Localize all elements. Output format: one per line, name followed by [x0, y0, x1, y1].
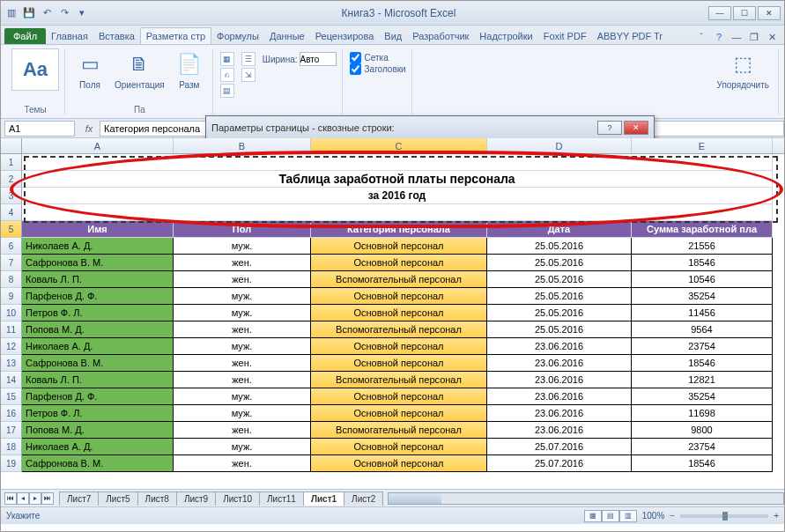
- cell[interactable]: Основной персонал: [311, 338, 487, 355]
- cell[interactable]: жен.: [174, 422, 311, 439]
- cell[interactable]: 18546: [632, 355, 773, 372]
- cell[interactable]: Попова М. Д.: [22, 321, 174, 338]
- name-box[interactable]: A1: [4, 121, 75, 137]
- horizontal-scrollbar[interactable]: [388, 492, 784, 505]
- row-header[interactable]: 19: [1, 455, 22, 472]
- sheet-tab[interactable]: Лист11: [259, 491, 304, 506]
- cell[interactable]: жен.: [174, 255, 311, 271]
- cell[interactable]: 23754: [632, 338, 773, 355]
- cell[interactable]: 25.07.2016: [487, 439, 632, 455]
- breaks-icon[interactable]: ⎌: [220, 68, 234, 82]
- ribbon-tab[interactable]: Разработчик: [407, 28, 474, 44]
- cell[interactable]: 25.05.2016: [487, 255, 632, 271]
- cell[interactable]: Имя: [22, 221, 174, 238]
- row-header[interactable]: 8: [1, 271, 22, 288]
- cell[interactable]: 35254: [632, 288, 773, 305]
- cell[interactable]: Сафронова В. М.: [22, 455, 174, 472]
- cell[interactable]: 23.06.2016: [487, 422, 632, 439]
- dialog-close-button[interactable]: ✕: [624, 121, 648, 135]
- cell[interactable]: Николаев А. Д.: [22, 338, 174, 355]
- sheet-tab[interactable]: Лист1: [303, 491, 344, 506]
- cell[interactable]: 21556: [632, 238, 773, 255]
- row-header[interactable]: 16: [1, 405, 22, 422]
- size-button[interactable]: 📄Разм: [172, 48, 207, 92]
- ribbon-tab[interactable]: ABBYY PDF Tr: [592, 28, 668, 44]
- file-tab[interactable]: Файл: [4, 28, 46, 44]
- row-header[interactable]: 17: [1, 422, 22, 439]
- col-header-e[interactable]: E: [632, 138, 773, 153]
- cell[interactable]: 10546: [632, 271, 773, 288]
- cell[interactable]: 35254: [632, 388, 773, 405]
- cell[interactable]: Сафронова В. М.: [22, 355, 174, 372]
- cell[interactable]: 23754: [632, 439, 773, 455]
- cell[interactable]: Категория персонала: [311, 221, 487, 238]
- cell[interactable]: Сумма заработной пла: [632, 221, 773, 238]
- row-header[interactable]: 15: [1, 388, 22, 405]
- col-header-d[interactable]: D: [487, 138, 632, 153]
- cell[interactable]: жен.: [174, 455, 311, 472]
- maximize-button[interactable]: ☐: [733, 6, 756, 20]
- cell[interactable]: 23.06.2016: [487, 355, 632, 372]
- row-header[interactable]: 5: [1, 221, 22, 238]
- help-icon[interactable]: ?: [712, 30, 726, 44]
- cell[interactable]: 23.06.2016: [487, 388, 632, 405]
- cell[interactable]: 11456: [632, 305, 773, 321]
- gridlines-checkbox[interactable]: Сетка: [350, 52, 389, 63]
- col-header-a[interactable]: A: [22, 138, 174, 153]
- cell[interactable]: жен.: [174, 321, 311, 338]
- cell[interactable]: Вспомогательный персонал: [311, 271, 487, 288]
- row-header[interactable]: 6: [1, 238, 22, 255]
- cell[interactable]: Основной персонал: [311, 305, 487, 321]
- cell[interactable]: 9800: [632, 422, 773, 439]
- sheet-tab[interactable]: Лист10: [215, 491, 260, 506]
- row-header[interactable]: 7: [1, 255, 22, 271]
- background-icon[interactable]: ▤: [220, 84, 234, 98]
- cell[interactable]: Парфенов Д. Ф.: [22, 388, 174, 405]
- ribbon-tab[interactable]: Foxit PDF: [538, 28, 592, 44]
- workbook-close-icon[interactable]: ✕: [765, 30, 779, 44]
- sheet-tab[interactable]: Лист2: [344, 491, 383, 506]
- ribbon-tab[interactable]: Вид: [379, 28, 407, 44]
- ribbon-minimize-icon[interactable]: ˇ: [694, 30, 708, 44]
- dialog-help-button[interactable]: ?: [597, 121, 622, 135]
- dialog-titlebar[interactable]: Параметры страницы - сквозные строки: ? …: [206, 116, 654, 139]
- cell[interactable]: 23.06.2016: [487, 372, 632, 388]
- sheet-nav-first[interactable]: ⏮: [4, 492, 17, 505]
- cell[interactable]: Сафронова В. М.: [22, 255, 174, 271]
- cell[interactable]: Основной персонал: [311, 388, 487, 405]
- select-all-corner[interactable]: [1, 138, 22, 153]
- cell[interactable]: Основной персонал: [311, 355, 487, 372]
- ribbon-tab[interactable]: Данные: [264, 28, 310, 44]
- row-header[interactable]: 12: [1, 338, 22, 355]
- cell[interactable]: 18546: [632, 455, 773, 472]
- cell[interactable]: 9564: [632, 321, 773, 338]
- print-area-icon[interactable]: ▦: [220, 52, 234, 66]
- row-header[interactable]: 1: [1, 154, 22, 171]
- workbook-minimize-icon[interactable]: —: [729, 30, 744, 44]
- table-title[interactable]: Таблица заработной платы персонала: [22, 171, 773, 188]
- ribbon-tab[interactable]: Главная: [46, 28, 93, 44]
- undo-icon[interactable]: ↶: [40, 6, 54, 20]
- zoom-slider[interactable]: [680, 514, 768, 518]
- ribbon-tab[interactable]: Разметка стр: [140, 27, 211, 44]
- row-header[interactable]: 4: [1, 204, 22, 221]
- cell[interactable]: 25.07.2016: [487, 455, 632, 472]
- minimize-button[interactable]: —: [708, 6, 731, 20]
- cell[interactable]: Петров Ф. Л.: [22, 305, 174, 321]
- cell[interactable]: 12821: [632, 372, 773, 388]
- qat-more-icon[interactable]: ▾: [75, 6, 89, 20]
- arrange-button[interactable]: ⬚Упорядочить: [713, 48, 773, 92]
- scale-icon[interactable]: ⇲: [241, 68, 255, 82]
- cell[interactable]: Коваль Л. П.: [22, 271, 174, 288]
- zoom-out-button[interactable]: −: [670, 511, 675, 521]
- redo-icon[interactable]: ↷: [57, 6, 71, 20]
- sheet-tab[interactable]: Лист9: [176, 491, 216, 506]
- cell[interactable]: 25.05.2016: [487, 305, 632, 321]
- ribbon-tab[interactable]: Формулы: [211, 28, 264, 44]
- width-input[interactable]: [300, 52, 337, 66]
- cell[interactable]: Вспомогательный персонал: [311, 372, 487, 388]
- ribbon-tab[interactable]: Надстройки: [474, 28, 537, 44]
- cell[interactable]: 25.05.2016: [487, 271, 632, 288]
- cell[interactable]: Парфенов Д. Ф.: [22, 288, 174, 305]
- cell[interactable]: муж.: [174, 405, 311, 422]
